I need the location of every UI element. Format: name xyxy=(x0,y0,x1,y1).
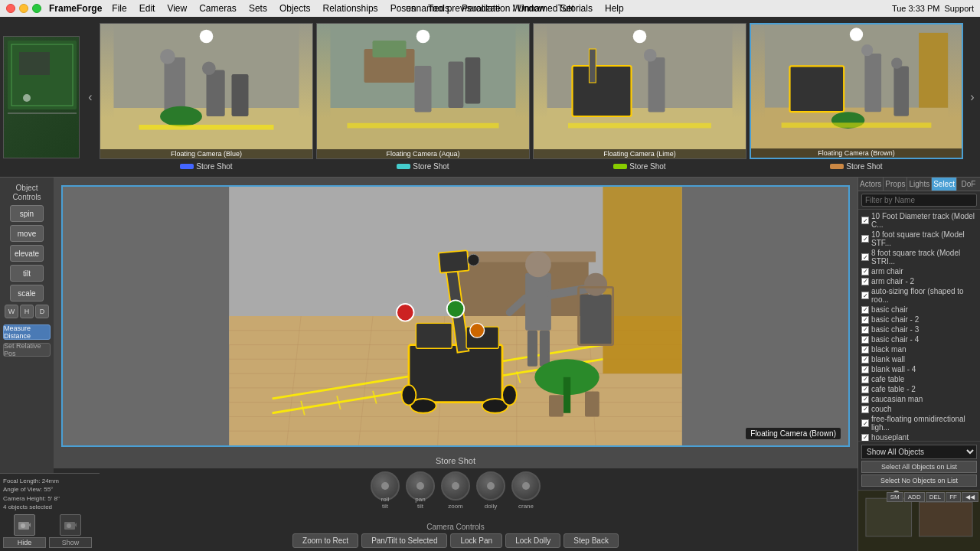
rew-button[interactable]: ◀◀ xyxy=(962,492,978,502)
list-item[interactable]: ✓cafe table xyxy=(858,374,980,384)
svg-rect-20 xyxy=(449,62,464,109)
item-checkbox[interactable]: ✓ xyxy=(861,326,869,334)
menu-file[interactable]: File xyxy=(106,2,132,15)
menu-view[interactable]: View xyxy=(162,2,192,15)
item-checkbox[interactable]: ✓ xyxy=(861,406,869,413)
list-item[interactable]: ✓10 Foot Diameter track (Model C... xyxy=(858,211,980,230)
item-checkbox[interactable]: ✓ xyxy=(861,376,869,383)
list-item[interactable]: ✓blank wall xyxy=(858,354,980,364)
filter-input[interactable] xyxy=(861,194,977,207)
set-relative-pos-button[interactable]: Set Relative Pos xyxy=(3,343,51,357)
tab-lights[interactable]: Lights xyxy=(907,178,932,191)
menu-sets[interactable]: Sets xyxy=(243,2,273,15)
list-item[interactable]: ✓cafe table - 2 xyxy=(858,384,980,394)
item-checkbox[interactable]: ✓ xyxy=(861,346,869,354)
roll-tilt-knob[interactable]: rolltilt xyxy=(371,471,400,500)
sm-button[interactable]: SM xyxy=(887,492,903,502)
item-checkbox[interactable]: ✓ xyxy=(861,366,869,373)
thumbnail-3[interactable]: Floating Camera (Lime) Store Shot xyxy=(533,23,746,171)
svg-point-81 xyxy=(397,304,414,321)
item-label: 10 Foot Diameter track (Model C... xyxy=(871,212,977,229)
step-back-button[interactable]: Step Back xyxy=(564,533,619,548)
thumb-prev-button[interactable]: ‹ xyxy=(83,20,98,174)
tab-props[interactable]: Props xyxy=(884,178,907,191)
select-none-button[interactable]: Select No Objects on List xyxy=(861,474,977,487)
item-checkbox[interactable]: ✓ xyxy=(861,217,869,224)
menu-cameras[interactable]: Cameras xyxy=(194,2,242,15)
hide-button[interactable]: Hide xyxy=(3,537,46,548)
item-checkbox[interactable]: ✓ xyxy=(861,268,869,276)
show-button[interactable]: Show xyxy=(49,537,92,548)
list-item[interactable]: ✓arm chair xyxy=(858,266,980,276)
spin-button[interactable]: spin xyxy=(10,205,44,222)
show-all-select[interactable]: Show All Objects xyxy=(861,445,977,459)
lock-dolly-button[interactable]: Lock Dolly xyxy=(505,533,560,548)
thumbnail-2[interactable]: Floating Camera (Aqua) Store Shot xyxy=(316,23,530,171)
item-checkbox[interactable]: ✓ xyxy=(861,336,869,344)
thumb-title-4: Store Shot xyxy=(846,162,882,171)
d-button[interactable]: D xyxy=(35,305,49,318)
tab-actors[interactable]: Actors xyxy=(858,178,884,191)
knob-indicator xyxy=(381,482,389,490)
item-checkbox[interactable]: ✓ xyxy=(861,396,869,403)
item-checkbox[interactable]: ✓ xyxy=(861,306,869,314)
menu-help[interactable]: Help xyxy=(599,2,629,15)
del-button[interactable]: DEL xyxy=(926,492,946,502)
item-checkbox[interactable]: ✓ xyxy=(861,292,869,299)
list-item[interactable]: ✓arm chair - 2 xyxy=(858,276,980,286)
add-button[interactable]: ADD xyxy=(904,492,925,502)
menu-edit[interactable]: Edit xyxy=(134,2,161,15)
item-checkbox[interactable]: ✓ xyxy=(861,386,869,393)
list-item[interactable]: ✓free-floating omnidirectional ligh... xyxy=(858,414,980,432)
h-button[interactable]: H xyxy=(20,305,34,318)
support-link[interactable]: Support xyxy=(944,4,974,13)
menu-objects[interactable]: Objects xyxy=(274,2,316,15)
item-checkbox[interactable]: ✓ xyxy=(861,356,869,364)
list-item[interactable]: ✓basic chair xyxy=(858,305,980,315)
thumbnail-1[interactable]: Floating Camera (Blue) Store Shot xyxy=(100,23,313,171)
tab-select[interactable]: Select xyxy=(932,178,957,191)
minimap-thumb[interactable] xyxy=(3,36,80,158)
list-item[interactable]: ✓basic chair - 2 xyxy=(858,315,980,324)
zoom-knob[interactable]: zoom xyxy=(441,471,470,500)
item-checkbox[interactable]: ✓ xyxy=(861,434,869,442)
list-item[interactable]: ✓caucasian man xyxy=(858,394,980,404)
tilt-button[interactable]: tilt xyxy=(10,265,44,282)
item-checkbox[interactable]: ✓ xyxy=(861,278,869,285)
dolly-knob[interactable]: dolly xyxy=(476,471,505,500)
zoom-to-rect-button[interactable]: Zoom to Rect xyxy=(292,533,358,548)
list-item[interactable]: ✓couch xyxy=(858,404,980,414)
close-button[interactable] xyxy=(6,4,15,13)
pan-tilt-to-selected-button[interactable]: Pan/Tilt to Selected xyxy=(361,533,447,548)
list-item[interactable]: ✓houseplant xyxy=(858,432,980,441)
item-label: basic chair - 3 xyxy=(871,325,919,334)
list-item[interactable]: ✓basic chair - 3 xyxy=(858,324,980,334)
menu-relationships[interactable]: Relationships xyxy=(318,2,384,15)
pan-tilt-knob[interactable]: pantilt xyxy=(406,471,435,500)
lock-pan-button[interactable]: Lock Pan xyxy=(450,533,502,548)
list-item[interactable]: ✓auto-sizing floor (shaped to roo... xyxy=(858,286,980,305)
list-item[interactable]: ✓10 foot square track (Model STF... xyxy=(858,230,980,248)
move-button[interactable]: move xyxy=(10,225,44,242)
elevate-button[interactable]: elevate xyxy=(10,245,44,262)
list-item[interactable]: ✓basic chair - 4 xyxy=(858,334,980,344)
scale-button[interactable]: scale xyxy=(10,285,44,302)
crane-knob[interactable]: crane xyxy=(511,471,541,500)
fullscreen-button[interactable] xyxy=(32,4,41,13)
item-checkbox[interactable]: ✓ xyxy=(861,419,869,427)
measure-distance-button[interactable]: Measure Distance xyxy=(3,324,51,340)
thumb-next-button[interactable]: › xyxy=(965,20,980,174)
w-button[interactable]: W xyxy=(5,305,18,318)
select-all-button[interactable]: Select All Objects on List xyxy=(861,461,977,473)
list-item[interactable]: ✓black man xyxy=(858,344,980,354)
ff-button[interactable]: FF xyxy=(946,492,961,502)
list-item[interactable]: ✓blank wall - 4 xyxy=(858,364,980,374)
list-item[interactable]: ✓8 foot square track (Model STRI... xyxy=(858,248,980,266)
thumbnail-4[interactable]: Floating Camera (Brown) Store Shot xyxy=(750,23,963,171)
tab-dof[interactable]: DoF xyxy=(957,178,980,191)
item-checkbox[interactable]: ✓ xyxy=(861,316,869,324)
item-checkbox[interactable]: ✓ xyxy=(861,253,869,261)
viewport-canvas[interactable]: ●● Floating Camera (Brown) xyxy=(61,185,850,447)
item-checkbox[interactable]: ✓ xyxy=(861,235,869,243)
minimize-button[interactable] xyxy=(19,4,28,13)
